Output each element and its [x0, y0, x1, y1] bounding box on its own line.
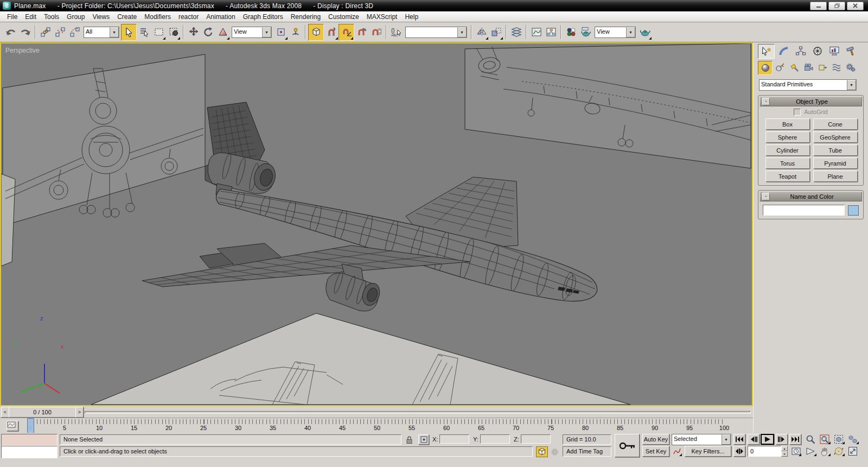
current-frame-field[interactable]: 0 [748, 446, 781, 457]
select-and-link-button[interactable] [38, 24, 53, 40]
menu-edit[interactable]: Edit [21, 12, 40, 22]
y-coordinate-input[interactable] [480, 434, 510, 444]
adaptive-degradation-toggle[interactable] [536, 446, 548, 457]
selection-filter-select[interactable]: All▼ [84, 27, 119, 38]
angle-snap-toggle-button[interactable] [339, 24, 354, 41]
default-in-out-tangents-button[interactable] [672, 446, 682, 457]
menu-maxscript[interactable]: MAXScript [363, 12, 401, 22]
set-key-button[interactable]: Set Key [642, 446, 669, 457]
absolute-mode-transform-toggle[interactable] [418, 434, 429, 445]
maximize-viewport-toggle[interactable] [846, 446, 859, 457]
collapse-icon[interactable]: - [762, 193, 770, 200]
cone-button[interactable]: Cone [813, 118, 858, 130]
z-coordinate-input[interactable] [521, 434, 551, 444]
set-keys-button[interactable] [615, 434, 640, 457]
maxscript-macro-recorder-line[interactable] [1, 434, 58, 446]
menu-rendering[interactable]: Rendering [287, 12, 324, 22]
category-shapes[interactable] [773, 61, 787, 74]
tube-button[interactable]: Tube [813, 144, 858, 156]
menu-help[interactable]: Help [401, 12, 422, 22]
curve-editor-button[interactable] [529, 24, 544, 40]
time-slider-handle[interactable] [27, 418, 34, 433]
tab-modify[interactable] [776, 44, 792, 58]
box-button[interactable]: Box [765, 118, 810, 130]
menu-views[interactable]: Views [88, 12, 113, 22]
layer-manager-button[interactable] [509, 24, 524, 40]
select-and-manipulate-button[interactable] [288, 24, 303, 40]
add-time-tag[interactable]: Add Time Tag [563, 446, 611, 457]
category-cameras[interactable] [801, 61, 815, 74]
object-type-header[interactable]: - Object Type [760, 97, 862, 106]
pan-view-button[interactable] [818, 446, 831, 457]
select-by-name-button[interactable] [137, 24, 151, 40]
pyramid-button[interactable]: Pyramid [813, 157, 858, 169]
redo-button[interactable] [18, 24, 33, 40]
plane-button[interactable]: Plane [813, 171, 858, 182]
reference-coordinate-system-select[interactable]: View▼ [232, 27, 272, 38]
time-slider-track[interactable] [85, 411, 751, 414]
menu-group[interactable]: Group [63, 12, 88, 22]
object-name-input[interactable] [763, 205, 845, 216]
menu-graph-editors[interactable]: Graph Editors [239, 12, 287, 22]
previous-frame-button[interactable] [748, 434, 760, 445]
viewport-label[interactable]: Perspective [5, 47, 40, 54]
zoom-button[interactable] [804, 434, 817, 445]
select-and-move-button[interactable] [186, 24, 201, 40]
torus-button[interactable]: Torus [765, 157, 810, 169]
select-object-button[interactable] [121, 24, 137, 41]
time-slider-prev-button[interactable]: < [1, 407, 9, 418]
category-lights[interactable] [787, 61, 801, 74]
tab-display[interactable] [826, 44, 842, 58]
edit-named-selection-sets-button[interactable]: {}ABC [389, 24, 404, 40]
zoom-all-button[interactable] [818, 434, 831, 445]
category-space-warps[interactable] [829, 61, 843, 74]
snaps-toggle-button[interactable]: 3 [324, 24, 339, 40]
align-button[interactable] [489, 24, 503, 40]
select-and-rotate-button[interactable] [201, 24, 215, 40]
material-editor-button[interactable] [564, 24, 578, 40]
window-crossing-button[interactable] [166, 24, 181, 40]
zoom-extents-all-button[interactable] [846, 434, 859, 445]
restore-button[interactable] [828, 2, 845, 10]
named-selection-sets-select[interactable]: ▼ [405, 27, 467, 38]
render-preset-select[interactable]: View▼ [595, 27, 636, 38]
menu-reactor[interactable]: reactor [175, 12, 202, 22]
time-configuration-button[interactable] [790, 446, 802, 457]
unlink-selection-button[interactable] [53, 24, 67, 40]
spinner-snap-toggle-button[interactable] [369, 24, 384, 40]
selection-lock-toggle[interactable] [404, 434, 414, 445]
auto-key-button[interactable]: Auto Key [642, 434, 669, 445]
geosphere-button[interactable]: GeoSphere [813, 131, 858, 143]
render-setup-button[interactable] [578, 24, 593, 40]
next-frame-button[interactable] [776, 434, 788, 445]
minimize-button[interactable] [810, 2, 827, 10]
percent-snap-toggle-button[interactable]: % [354, 24, 369, 40]
field-of-view-button[interactable] [804, 446, 817, 457]
primitive-category-select[interactable]: Standard Primitives▼ [759, 79, 857, 91]
close-button[interactable] [847, 2, 864, 10]
select-and-scale-button[interactable] [215, 24, 230, 40]
category-helpers[interactable] [815, 61, 829, 74]
menu-customize[interactable]: Customize [324, 12, 363, 22]
sphere-button[interactable]: Sphere [765, 131, 810, 143]
key-mode-toggle[interactable] [733, 446, 745, 457]
arc-rotate-button[interactable] [832, 446, 845, 457]
spinner-down-icon[interactable]: ▼ [781, 451, 788, 457]
category-systems[interactable] [844, 61, 857, 74]
zoom-extents-button[interactable] [832, 434, 845, 445]
track-bar[interactable]: 0 5 10 15 20 25 30 35 40 45 50 55 60 65 … [0, 418, 753, 433]
undo-button[interactable] [3, 24, 18, 40]
key-filters-button[interactable]: Key Filters... [685, 446, 731, 457]
go-to-start-button[interactable] [733, 434, 745, 445]
mirror-button[interactable] [474, 24, 489, 40]
x-coordinate-input[interactable] [439, 434, 469, 444]
spinner-up-icon[interactable]: ▲ [781, 446, 788, 451]
communication-center-icon[interactable] [550, 447, 559, 457]
menu-file[interactable]: File [3, 12, 21, 22]
tab-utilities[interactable] [843, 44, 859, 58]
cylinder-button[interactable]: Cylinder [765, 144, 810, 156]
tab-hierarchy[interactable] [793, 44, 808, 58]
keyboard-shortcut-override-button[interactable] [308, 24, 324, 41]
go-to-end-button[interactable] [789, 434, 801, 445]
menu-create[interactable]: Create [113, 12, 141, 22]
